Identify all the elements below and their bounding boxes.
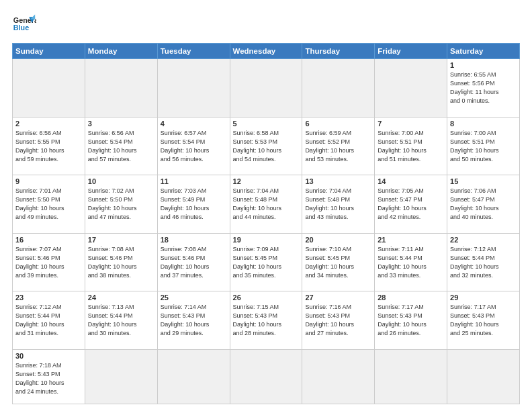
calendar-cell: 13Sunrise: 7:04 AM Sunset: 5:48 PM Dayli…: [302, 175, 375, 234]
day-info: Sunrise: 7:00 AM Sunset: 5:51 PM Dayligh…: [450, 129, 517, 164]
week-row-4: 16Sunrise: 7:07 AM Sunset: 5:46 PM Dayli…: [13, 233, 520, 291]
day-number: 7: [378, 120, 444, 128]
day-number: 13: [305, 177, 371, 185]
day-number: 1: [450, 61, 517, 69]
calendar-cell: [230, 349, 302, 404]
weekday-header-tuesday: Tuesday: [157, 44, 230, 59]
day-info: Sunrise: 7:08 AM Sunset: 5:46 PM Dayligh…: [88, 245, 154, 280]
day-info: Sunrise: 7:12 AM Sunset: 5:44 PM Dayligh…: [450, 245, 517, 280]
day-number: 16: [15, 236, 82, 244]
weekday-header-thursday: Thursday: [302, 44, 375, 59]
calendar-cell: 24Sunrise: 7:13 AM Sunset: 5:44 PM Dayli…: [85, 291, 157, 350]
day-number: 27: [305, 293, 371, 302]
calendar-cell: 15Sunrise: 7:06 AM Sunset: 5:47 PM Dayli…: [447, 175, 520, 234]
day-info: Sunrise: 7:05 AM Sunset: 5:47 PM Dayligh…: [378, 187, 444, 222]
calendar-cell: 19Sunrise: 7:09 AM Sunset: 5:45 PM Dayli…: [230, 233, 302, 291]
day-number: 6: [305, 120, 371, 128]
day-number: 2: [15, 120, 82, 128]
day-info: Sunrise: 7:08 AM Sunset: 5:46 PM Dayligh…: [161, 245, 227, 280]
day-number: 19: [233, 236, 300, 244]
day-info: Sunrise: 6:56 AM Sunset: 5:54 PM Dayligh…: [88, 129, 154, 164]
calendar-cell: 3Sunrise: 6:56 AM Sunset: 5:54 PM Daylig…: [85, 117, 157, 175]
calendar-cell: 16Sunrise: 7:07 AM Sunset: 5:46 PM Dayli…: [13, 233, 85, 291]
weekday-header-monday: Monday: [85, 44, 157, 59]
calendar-cell: 11Sunrise: 7:03 AM Sunset: 5:49 PM Dayli…: [157, 175, 230, 234]
day-info: Sunrise: 7:15 AM Sunset: 5:43 PM Dayligh…: [233, 303, 300, 338]
day-info: Sunrise: 7:04 AM Sunset: 5:48 PM Dayligh…: [233, 187, 300, 222]
day-number: 28: [378, 293, 444, 302]
calendar-cell: [13, 59, 85, 118]
weekday-header-wednesday: Wednesday: [230, 44, 302, 59]
day-number: 8: [450, 120, 517, 128]
day-info: Sunrise: 7:03 AM Sunset: 5:49 PM Dayligh…: [161, 187, 227, 222]
calendar-cell: 8Sunrise: 7:00 AM Sunset: 5:51 PM Daylig…: [447, 117, 520, 175]
day-number: 21: [378, 236, 444, 244]
day-info: Sunrise: 7:09 AM Sunset: 5:45 PM Dayligh…: [233, 245, 300, 280]
day-number: 10: [88, 177, 154, 185]
day-info: Sunrise: 7:13 AM Sunset: 5:44 PM Dayligh…: [88, 303, 154, 338]
calendar-cell: [375, 349, 447, 404]
calendar-cell: 26Sunrise: 7:15 AM Sunset: 5:43 PM Dayli…: [230, 291, 302, 350]
calendar-cell: [230, 59, 302, 118]
calendar-cell: 9Sunrise: 7:01 AM Sunset: 5:50 PM Daylig…: [13, 175, 85, 234]
generalblue-logo-icon: General Blue: [12, 12, 36, 36]
calendar-cell: [447, 349, 520, 404]
day-number: 29: [450, 293, 517, 302]
day-info: Sunrise: 7:17 AM Sunset: 5:43 PM Dayligh…: [378, 303, 444, 338]
day-number: 20: [305, 236, 371, 244]
day-info: Sunrise: 7:16 AM Sunset: 5:43 PM Dayligh…: [305, 303, 371, 338]
week-row-6: 30Sunrise: 7:18 AM Sunset: 5:43 PM Dayli…: [13, 349, 520, 404]
day-number: 22: [450, 236, 517, 244]
day-info: Sunrise: 7:02 AM Sunset: 5:50 PM Dayligh…: [88, 187, 154, 222]
day-info: Sunrise: 7:17 AM Sunset: 5:43 PM Dayligh…: [450, 303, 517, 338]
week-row-1: 1Sunrise: 6:55 AM Sunset: 5:56 PM Daylig…: [13, 59, 520, 118]
calendar-cell: 12Sunrise: 7:04 AM Sunset: 5:48 PM Dayli…: [230, 175, 302, 234]
day-info: Sunrise: 7:00 AM Sunset: 5:51 PM Dayligh…: [378, 129, 444, 164]
day-info: Sunrise: 6:58 AM Sunset: 5:53 PM Dayligh…: [233, 129, 300, 164]
weekday-header-row: SundayMondayTuesdayWednesdayThursdayFrid…: [13, 44, 520, 59]
day-info: Sunrise: 7:04 AM Sunset: 5:48 PM Dayligh…: [305, 187, 371, 222]
calendar-cell: 1Sunrise: 6:55 AM Sunset: 5:56 PM Daylig…: [447, 59, 520, 118]
day-number: 5: [233, 120, 300, 128]
calendar-cell: 20Sunrise: 7:10 AM Sunset: 5:45 PM Dayli…: [302, 233, 375, 291]
calendar-cell: 21Sunrise: 7:11 AM Sunset: 5:44 PM Dayli…: [375, 233, 447, 291]
calendar-cell: [85, 349, 157, 404]
weekday-header-saturday: Saturday: [447, 44, 520, 59]
calendar-cell: [157, 59, 230, 118]
day-number: 4: [161, 120, 227, 128]
page: General Blue SundayMondayTuesdayWednesda…: [0, 0, 532, 411]
day-info: Sunrise: 7:07 AM Sunset: 5:46 PM Dayligh…: [15, 245, 82, 280]
day-info: Sunrise: 6:55 AM Sunset: 5:56 PM Dayligh…: [450, 71, 517, 105]
day-number: 14: [378, 177, 444, 185]
day-number: 15: [450, 177, 517, 185]
weekday-header-sunday: Sunday: [13, 44, 85, 59]
week-row-2: 2Sunrise: 6:56 AM Sunset: 5:55 PM Daylig…: [13, 117, 520, 175]
calendar-cell: 14Sunrise: 7:05 AM Sunset: 5:47 PM Dayli…: [375, 175, 447, 234]
calendar-cell: 29Sunrise: 7:17 AM Sunset: 5:43 PM Dayli…: [447, 291, 520, 350]
calendar-cell: 25Sunrise: 7:14 AM Sunset: 5:43 PM Dayli…: [157, 291, 230, 350]
calendar-cell: 10Sunrise: 7:02 AM Sunset: 5:50 PM Dayli…: [85, 175, 157, 234]
calendar-cell: 7Sunrise: 7:00 AM Sunset: 5:51 PM Daylig…: [375, 117, 447, 175]
day-number: 3: [88, 120, 154, 128]
calendar-cell: [157, 349, 230, 404]
day-info: Sunrise: 7:14 AM Sunset: 5:43 PM Dayligh…: [161, 303, 227, 338]
calendar-cell: [302, 349, 375, 404]
calendar-cell: 2Sunrise: 6:56 AM Sunset: 5:55 PM Daylig…: [13, 117, 85, 175]
weekday-header-friday: Friday: [375, 44, 447, 59]
day-info: Sunrise: 7:01 AM Sunset: 5:50 PM Dayligh…: [15, 187, 82, 222]
calendar-cell: [302, 59, 375, 118]
calendar-cell: 18Sunrise: 7:08 AM Sunset: 5:46 PM Dayli…: [157, 233, 230, 291]
day-info: Sunrise: 7:18 AM Sunset: 5:43 PM Dayligh…: [15, 361, 82, 396]
day-info: Sunrise: 7:12 AM Sunset: 5:44 PM Dayligh…: [15, 303, 82, 338]
calendar-cell: 6Sunrise: 6:59 AM Sunset: 5:52 PM Daylig…: [302, 117, 375, 175]
day-info: Sunrise: 6:56 AM Sunset: 5:55 PM Dayligh…: [15, 129, 82, 164]
calendar-cell: 17Sunrise: 7:08 AM Sunset: 5:46 PM Dayli…: [85, 233, 157, 291]
day-number: 11: [161, 177, 227, 185]
calendar-cell: [375, 59, 447, 118]
calendar-cell: 30Sunrise: 7:18 AM Sunset: 5:43 PM Dayli…: [13, 349, 85, 404]
calendar-cell: 4Sunrise: 6:57 AM Sunset: 5:54 PM Daylig…: [157, 117, 230, 175]
day-number: 30: [15, 352, 82, 360]
logo: General Blue: [12, 12, 36, 36]
day-number: 25: [161, 293, 227, 302]
calendar-table: SundayMondayTuesdayWednesdayThursdayFrid…: [12, 43, 520, 404]
